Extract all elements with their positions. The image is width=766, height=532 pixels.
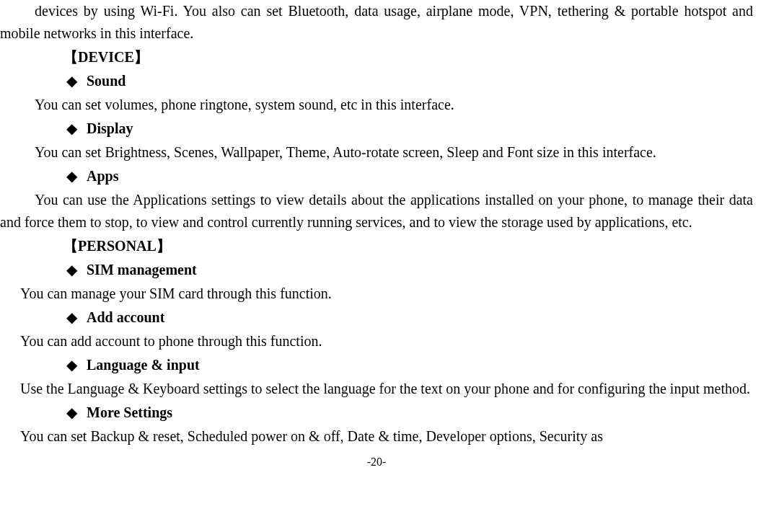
more-settings-body: You can set Backup & reset, Scheduled po… xyxy=(0,425,753,448)
language-input-title: Language & input xyxy=(87,357,200,373)
sound-body: You can set volumes, phone ringtone, sys… xyxy=(0,94,753,116)
sim-title: SIM management xyxy=(87,262,197,278)
display-body: You can set Brightness, Scenes, Wallpape… xyxy=(0,141,753,164)
add-account-body: You can add account to phone through thi… xyxy=(0,330,753,353)
diamond-icon xyxy=(66,70,87,92)
bullet-add-account: Add account xyxy=(66,306,753,329)
diamond-icon xyxy=(66,165,87,187)
bullet-sim: SIM management xyxy=(66,259,753,281)
section-personal-label: 【PERSONAL】 xyxy=(63,235,753,257)
bullet-apps: Apps xyxy=(66,165,753,187)
sim-body: You can manage your SIM card through thi… xyxy=(0,283,753,305)
language-input-body: Use the Language & Keyboard settings to … xyxy=(0,378,753,400)
sound-title: Sound xyxy=(87,73,126,89)
apps-title: Apps xyxy=(87,168,118,184)
section-device-label: 【DEVICE】 xyxy=(63,46,753,68)
diamond-icon xyxy=(66,118,87,140)
bullet-language-input: Language & input xyxy=(66,354,753,376)
document-page: devices by using Wi-Fi. You also can set… xyxy=(0,0,766,471)
diamond-icon xyxy=(66,402,87,424)
bullet-sound: Sound xyxy=(66,70,753,92)
bullet-more-settings: More Settings xyxy=(66,402,753,424)
add-account-title: Add account xyxy=(87,309,164,325)
display-title: Display xyxy=(87,120,133,136)
diamond-icon xyxy=(66,259,87,281)
intro-paragraph-fragment: devices by using Wi-Fi. You also can set… xyxy=(0,0,753,45)
page-number: -20- xyxy=(0,453,753,471)
diamond-icon xyxy=(66,354,87,376)
diamond-icon xyxy=(66,306,87,329)
more-settings-title: More Settings xyxy=(87,404,172,420)
apps-body: You can use the Applications settings to… xyxy=(0,189,753,234)
bullet-display: Display xyxy=(66,118,753,140)
